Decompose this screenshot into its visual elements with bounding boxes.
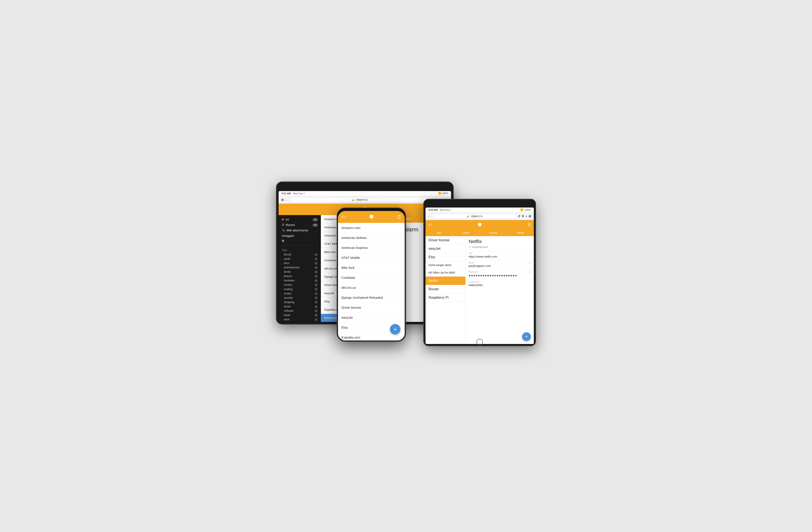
ipad-front: 9:25 AM Wed Sep 7 📶 100% ‹ › 🔒 clipperz.… (423, 199, 536, 346)
tag-cards-count: 1 (314, 257, 318, 260)
tag-entertainment[interactable]: entertainment 4 (279, 265, 321, 270)
url-text: clipperz.is (356, 198, 368, 201)
password-value: ●●●●●●●●●●●●●●●●●●●●● (469, 274, 517, 278)
tag-bitcoin-label: bitcoin (284, 253, 291, 256)
sidebar-toggle-icon[interactable]: ⊞ (281, 198, 284, 202)
right-add-fab[interactable]: + (522, 332, 531, 341)
front-back-icon[interactable]: ‹ (428, 215, 429, 218)
tag-cards[interactable]: cards 1 (279, 257, 321, 261)
copy-icon[interactable]: ⎘ (529, 252, 531, 255)
email-label: Email (469, 262, 491, 264)
forward-icon[interactable]: › (288, 198, 289, 202)
chevron-icon-4: › (400, 256, 401, 260)
netflix-archive-btn[interactable]: archive (480, 230, 507, 236)
phone-menu-icon[interactable]: ☰ (397, 215, 401, 220)
phone-item-delicious[interactable]: del.icio.us › (338, 283, 405, 293)
phone-item-del-label: del.icio.us (342, 286, 356, 290)
tag-reading[interactable]: reading 2 (279, 287, 321, 291)
url-label: URL (469, 252, 497, 254)
tag-work[interactable]: work 1 (279, 317, 321, 322)
tag-shopping-label: shopping (284, 301, 294, 304)
tag-movies[interactable]: movies 3 (279, 283, 321, 287)
back-icon[interactable]: ‹ (285, 198, 286, 202)
phone-item-django-label: Django Unchained Reloaded (342, 296, 383, 299)
tag-security-label: security (284, 296, 293, 299)
chevron-icon-2: › (400, 236, 401, 240)
phone-item-driver[interactable]: Driver license › (338, 302, 405, 313)
tag-software[interactable]: software 1 (279, 309, 321, 313)
tag-docs[interactable]: docs 1 (279, 261, 321, 265)
tag-reading-label: reading (284, 288, 292, 291)
front-time-display: 9:25 AM (429, 209, 438, 211)
tag-social[interactable]: social 1 (279, 304, 321, 309)
tag-entertainment-label: entertainment (284, 266, 300, 269)
url-lock-icon: 🔒 (352, 198, 354, 201)
tag-finance-label: finance (284, 275, 292, 278)
front-toolbar-actions: ↺ ⬆ + ⊞ (518, 215, 531, 218)
tag-finance-count: 3 (314, 275, 318, 278)
tag-travel[interactable]: travel 4 (279, 313, 321, 317)
tag-cards-label: cards (284, 257, 290, 260)
phone-item-amazon[interactable]: Amazon.com › (338, 223, 405, 233)
front-forward-icon[interactable]: › (431, 215, 432, 218)
url-value: https://www.netflix.com (469, 255, 497, 258)
chevron-icon-9: › (400, 306, 401, 309)
phone-item-american-airlines[interactable]: American Airlines › (338, 233, 405, 243)
phone-add-fab[interactable]: + (390, 324, 400, 335)
netflix-tag: 🏷 entertainment (466, 246, 534, 250)
netflix-edit-btn[interactable]: edit (425, 230, 453, 236)
tag-family[interactable]: family 5 (279, 270, 321, 274)
phone-logo: ✱ (369, 213, 374, 220)
tag-hardware[interactable]: hardware 3 (279, 278, 321, 283)
phone-item-american-express[interactable]: American Express › (338, 243, 405, 253)
right-item-driver[interactable]: Driver license (425, 236, 465, 245)
front-url-bar[interactable]: 🔒 clipperz.is (433, 214, 516, 219)
right-item-burglar-short[interactable]: Home burglar alarm (425, 262, 465, 269)
netflix-delete-btn[interactable]: delete (507, 230, 534, 236)
netflix-password-field: Password ●●●●●●●●●●●●●●●●●●●●● 👁 (466, 269, 534, 279)
url-bar[interactable]: 🔒 clipperz.is (290, 197, 430, 202)
front-date-display: Wed Sep 7 (440, 209, 451, 211)
sidebar-item-untagged[interactable]: Untagged (279, 233, 321, 238)
tag-finance[interactable]: finance 3 (279, 274, 321, 278)
time-display: 9:21 AM (282, 192, 291, 195)
phone-item-django[interactable]: Django Unchained Reloaded › (338, 293, 405, 302)
sidebar-item-all[interactable]: ✱ All 31 (279, 217, 321, 222)
right-item-router[interactable]: Router (425, 285, 465, 294)
phone-item-att[interactable]: AT&T Mobile › (338, 253, 405, 263)
right-card-list: Driver license easyJet Etsy Home burglar… (425, 236, 466, 344)
right-menu-icon[interactable]: ☰ (527, 222, 531, 227)
tag-work-count: 1 (314, 318, 318, 321)
phone-item-coinbase[interactable]: Coinbase › (338, 273, 405, 283)
front-wifi-icon: 📶 (520, 208, 523, 211)
front-reload-icon[interactable]: ↺ (518, 215, 520, 218)
tag-bitcoin[interactable]: bitcoin 1 (279, 252, 321, 257)
netflix-clone-btn[interactable]: clone (453, 230, 480, 236)
tag-travel-label: travel (284, 314, 290, 317)
mail-icon[interactable]: ✉ (528, 262, 531, 265)
tag-scripts[interactable]: scripts 1 (279, 291, 321, 296)
right-logo: ✱ (478, 222, 482, 228)
eye-icon[interactable]: 👁 (528, 271, 531, 274)
right-item-easyjet[interactable]: easyJet (425, 245, 465, 253)
home-indicator[interactable] (476, 339, 483, 345)
right-item-netflix[interactable]: Netflix (425, 277, 465, 285)
tag-movies-label: movies (284, 283, 292, 286)
right-item-etsy[interactable]: Etsy (425, 253, 465, 262)
right-item-pi[interactable]: Raspberry Pi (425, 294, 465, 302)
tag-docs-count: 1 (314, 262, 318, 265)
ipad-front-screen: 9:25 AM Wed Sep 7 📶 100% ‹ › 🔒 clipperz.… (425, 208, 534, 344)
sidebar-item-search[interactable]: 🔍 (279, 238, 321, 244)
tag-shopping[interactable]: shopping 3 (279, 300, 321, 304)
front-share-icon[interactable]: ⬆ (522, 215, 524, 218)
front-add-tab-icon[interactable]: + (526, 215, 527, 218)
tag-work-label: work (284, 318, 289, 321)
phone-item-easyjet[interactable]: easyJet › (338, 313, 405, 323)
front-tabs-icon[interactable]: ⊞ (528, 215, 531, 218)
right-item-hp-short[interactable]: HP Office Jet Pro 8600 (425, 269, 465, 277)
sidebar-item-attachments[interactable]: 📎 With attachments (279, 228, 321, 233)
phone-item-bike[interactable]: Bike lock › (338, 263, 405, 273)
sidebar-item-recent[interactable]: ⏱ Recent 10 (279, 222, 321, 228)
search-icon: 🔍 (282, 240, 285, 243)
tag-security[interactable]: security 2 (279, 296, 321, 300)
